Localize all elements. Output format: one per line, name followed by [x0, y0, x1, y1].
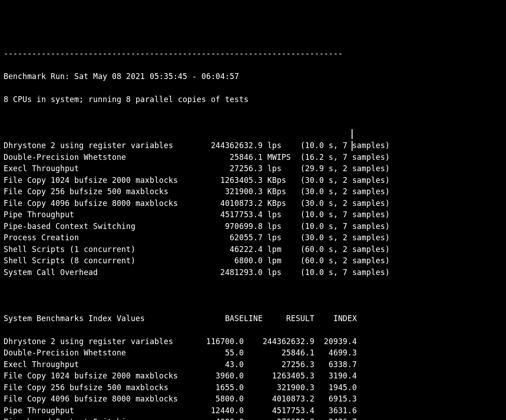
test-result-row: Shell Scripts (1 concurrent) 46222.4 lpm… [4, 244, 502, 256]
index-row: File Copy 4096 bufsize 8000 maxblocks 58… [4, 393, 502, 405]
test-result-row: Execl Throughput 27256.3 lps (29.9 s, 2 … [4, 163, 502, 175]
blank-line [4, 290, 502, 302]
divider-line: ----------------------------------------… [4, 48, 502, 60]
index-block: Dhrystone 2 using register variables 116… [4, 336, 502, 420]
test-result-row: Shell Scripts (8 concurrent) 6800.0 lpm … [4, 255, 502, 267]
test-result-row: System Call Overhead 2481293.0 lps (10.0… [4, 267, 502, 279]
blank-line [4, 117, 502, 129]
test-result-row: Dhrystone 2 using register variables 244… [4, 140, 502, 152]
test-result-row: Double-Precision Whetstone 25846.1 MWIPS… [4, 152, 502, 163]
test-result-row: File Copy 4096 bufsize 8000 maxblocks 40… [4, 198, 502, 210]
test-result-row: Pipe Throughput 4517753.4 lps (10.0 s, 7… [4, 209, 502, 221]
cpu-info-line: 8 CPUs in system; running 8 parallel cop… [4, 94, 502, 106]
text-cursor-icon [352, 141, 353, 151]
index-row: File Copy 1024 bufsize 2000 maxblocks 39… [4, 370, 502, 382]
index-row: Pipe Throughput 12440.0 4517753.4 3631.6 [4, 405, 502, 417]
test-result-row: Pipe-based Context Switching 970699.8 lp… [4, 221, 502, 233]
benchmark-run-header: Benchmark Run: Sat May 08 2021 05:35:45 … [4, 71, 502, 83]
index-row: Execl Throughput 43.0 27256.3 6338.7 [4, 359, 502, 371]
index-header: System Benchmarks Index Values BASELINE … [4, 313, 502, 325]
index-row: Double-Precision Whetstone 55.0 25846.1 … [4, 347, 502, 359]
test-result-row: Process Creation 62055.7 lps (30.0 s, 2 … [4, 232, 502, 244]
tests-block: Dhrystone 2 using register variables 244… [4, 140, 502, 278]
index-row: Pipe-based Context Switching 4000.0 9706… [4, 416, 502, 420]
index-row: File Copy 256 bufsize 500 maxblocks 1655… [4, 382, 502, 394]
test-result-row: File Copy 1024 bufsize 2000 maxblocks 12… [4, 175, 502, 187]
index-row: Dhrystone 2 using register variables 116… [4, 336, 502, 348]
test-result-row: File Copy 256 bufsize 500 maxblocks 3219… [4, 186, 502, 198]
text-cursor-icon [352, 129, 353, 139]
